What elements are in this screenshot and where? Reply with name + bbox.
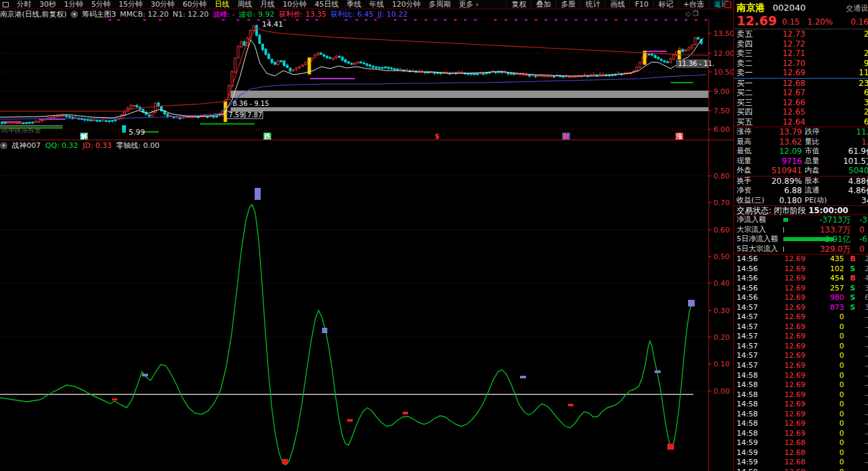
ask-level-row[interactable]: 卖一12.69118 (734, 68, 868, 78)
stat-label: 最低 (737, 147, 751, 157)
candle-body (38, 121, 40, 123)
bid-level-row[interactable]: 买一12.68234 (734, 79, 868, 89)
menu-item-0[interactable]: 分时 (13, 0, 35, 9)
bid-level-row[interactable]: 买四12.6524 (734, 107, 868, 117)
menu-item-7[interactable]: 日线 (211, 0, 233, 9)
tick-side: B (850, 254, 855, 264)
overlay-indicator-name[interactable]: 筹码主图3 (82, 9, 116, 19)
candle-body (234, 58, 236, 72)
candle-body (531, 75, 533, 77)
candle-body (360, 62, 362, 63)
candle-body (323, 55, 325, 56)
tick-row: 14:5912.680— (734, 448, 868, 458)
menu-button-7[interactable]: +自选 (678, 0, 709, 9)
collapse-icon[interactable]: ▾ (0, 142, 7, 149)
candle-body (320, 53, 322, 55)
flow-value: 133.7万 (797, 225, 851, 235)
signal-dash (159, 19, 161, 21)
menu-item-4[interactable]: 15分钟 (115, 0, 147, 9)
menu-button-5[interactable]: F10 (629, 0, 653, 9)
menu-item-10[interactable]: 10分钟 (279, 0, 311, 9)
price-axis-label: 10.50 (713, 68, 733, 77)
candle-body (99, 121, 101, 122)
tick-time: 14:58 (737, 380, 758, 390)
menu-item-12[interactable]: 季线 (343, 0, 365, 9)
candle-body (547, 76, 549, 77)
tick-row: 14:5812.690— (734, 371, 868, 381)
menu-button-4[interactable]: 画线 (605, 0, 629, 9)
bid-level-row[interactable]: 买三12.6637 (734, 98, 868, 108)
buy-signal-square (322, 328, 327, 333)
indicator-axis-label: 0.30 (713, 306, 730, 315)
ask-level-row[interactable]: 卖三12.7125 (734, 49, 868, 59)
bid-level-row[interactable]: 买五12.6467 (734, 117, 868, 127)
candle-body (562, 76, 564, 77)
stat-value: 34. (823, 196, 868, 206)
stock-name: 南京港 (737, 2, 765, 14)
ask-level-row[interactable]: 卖四12.723 (734, 39, 868, 49)
bid-level-row[interactable]: 买二12.6764 (734, 88, 868, 98)
tick-volume: 0 (807, 468, 844, 471)
tick-list: 14:5612.69435B214:5612.69102S214:5612.69… (734, 254, 868, 471)
candle-body (369, 65, 371, 66)
tick-volume: 0 (807, 371, 844, 381)
menu-button-1[interactable]: 叠加 (531, 0, 555, 9)
candle-body (639, 63, 641, 67)
tick-price: 12.69 (765, 361, 805, 371)
candle-body (473, 73, 475, 75)
tick-price: 12.68 (765, 458, 805, 468)
menu-item-1[interactable]: 30秒 (35, 0, 60, 9)
menu-button-6[interactable]: 标记 (653, 0, 678, 9)
menu-item-2[interactable]: 1分钟 (60, 0, 87, 9)
window-icon[interactable] (3, 2, 9, 7)
candle-body (69, 117, 71, 118)
candle-body (271, 59, 273, 63)
price-change: 0.15 (782, 17, 800, 27)
menu-item-16[interactable]: 更多 › (455, 0, 483, 9)
tick-extra: — (865, 312, 868, 322)
tick-extra: — (865, 410, 868, 420)
candle-body (96, 121, 98, 122)
menu-item-5[interactable]: 30分钟 (147, 0, 179, 9)
info-field-3: 波谷: 9.92 (239, 10, 275, 19)
menu-item-11[interactable]: 45日线 (311, 0, 343, 9)
tick-extra: — (865, 448, 868, 458)
candle-body (293, 70, 295, 71)
candle-body (191, 117, 193, 118)
pane-icons[interactable]: ◇ ❒ (685, 10, 699, 17)
signal-dash (257, 19, 260, 21)
stat-row: 最低12.09市值61.9亿 (734, 147, 868, 157)
tick-volume: 0 (807, 438, 844, 448)
menu-button-0[interactable]: 复权 (506, 0, 531, 9)
menu-item-15[interactable]: 多周期 (425, 0, 455, 9)
info-field-0: MMCB: 12.20 (120, 10, 169, 19)
band-price-label: 7.59 (229, 111, 243, 119)
menu-item-8[interactable]: 周线 (233, 0, 256, 9)
menu-item-13[interactable]: 年线 (365, 0, 388, 9)
ask-level-row[interactable]: 卖五12.7325 (734, 29, 868, 39)
ind-field-2: 零轴线: 0.00 (116, 141, 159, 150)
tick-extra: — (865, 429, 868, 439)
candle-body (311, 58, 313, 60)
menu-item-6[interactable]: 60分钟 (179, 0, 211, 9)
menu-button-2[interactable]: 多股 (555, 0, 580, 9)
signal-dash (575, 19, 577, 21)
chart-canvas[interactable]: 13.5012.0010.509.007.506.0014.415.998.36… (0, 0, 733, 471)
panel-corner-icon[interactable] (725, 1, 731, 8)
candle-body (71, 117, 73, 119)
sector-name[interactable]: 交通设施 (846, 3, 868, 13)
peak-price-label: 14.41 (262, 20, 283, 29)
menu-item-14[interactable]: 120分钟 (388, 0, 425, 9)
tick-row: 14:5612.69454B4 (734, 274, 868, 284)
candle-body (13, 123, 15, 124)
menu-button-3[interactable]: 统计 (580, 0, 605, 9)
sub-indicator-name[interactable]: 战神007 (12, 141, 41, 151)
ask-level-row[interactable]: 卖二12.7098 (734, 59, 868, 69)
tick-price: 12.69 (765, 312, 805, 322)
price-change-pct: 1.20% (807, 17, 833, 27)
signal-dash (685, 19, 687, 21)
menu-item-9[interactable]: 月线 (256, 0, 279, 9)
collapse-icon[interactable]: ▾ (71, 11, 78, 18)
candle-body (525, 75, 527, 76)
menu-item-3[interactable]: 5分钟 (87, 0, 115, 9)
